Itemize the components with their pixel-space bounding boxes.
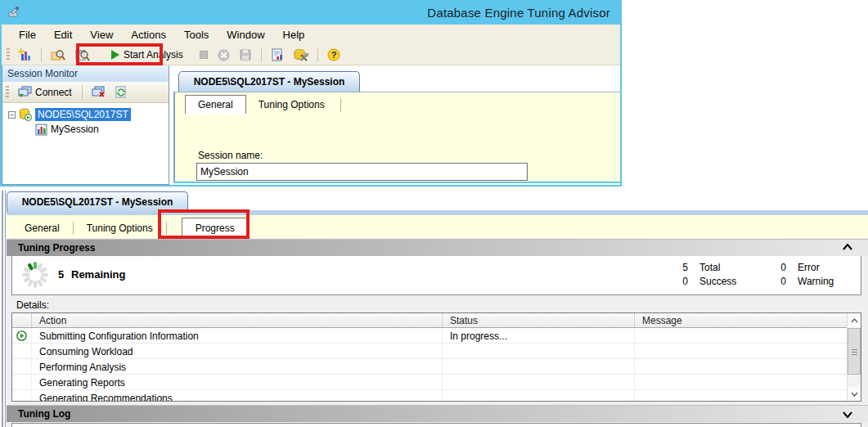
stat-total-value: 5 xyxy=(677,262,688,273)
row-action: Submitting Configuration Information xyxy=(32,328,443,343)
general-panel: General Tuning Options Session name: Wor… xyxy=(173,92,620,183)
menu-tools[interactable]: Tools xyxy=(175,26,218,43)
row-status: In progress... xyxy=(443,328,635,343)
menu-bar: File Edit View Actions Tools Window Help xyxy=(2,25,620,45)
connect-icon xyxy=(18,86,32,98)
row-status-cell xyxy=(12,359,32,374)
scrollbar-thumb[interactable] xyxy=(848,328,861,375)
row-action: Generating Recommendations xyxy=(32,390,443,402)
dta-main-window: Database Engine Tuning Advisor File Edit… xyxy=(0,0,622,187)
connect-button[interactable]: Connect xyxy=(14,84,76,100)
stat-error-label: Error xyxy=(798,262,820,273)
row-status-cell xyxy=(12,328,32,343)
stat-error-value: 0 xyxy=(775,262,786,273)
collapse-chevron-icon[interactable] xyxy=(842,243,853,251)
menu-actions[interactable]: Actions xyxy=(122,26,175,43)
toolbar-separator xyxy=(261,48,262,62)
tuning-options-button[interactable] xyxy=(290,47,312,64)
tuning-log-header[interactable]: Tuning Log xyxy=(7,405,868,422)
row-message xyxy=(635,390,848,402)
tab-tuning-options[interactable]: Tuning Options xyxy=(75,218,164,238)
session-name-label: Session name: xyxy=(198,150,263,161)
header-action[interactable]: Action xyxy=(32,313,443,327)
session-name-input[interactable] xyxy=(196,163,528,181)
collapse-icon[interactable]: − xyxy=(8,111,16,119)
stat-success-value: 0 xyxy=(677,276,688,287)
refresh-icon xyxy=(115,86,127,98)
tab-general[interactable]: General xyxy=(13,218,71,238)
expand-chevron-icon[interactable] xyxy=(842,411,853,419)
document-tab-title: NODE5\SQL2017ST - MySession xyxy=(22,196,173,208)
highlight-progress-tab xyxy=(158,209,250,239)
stat-total-label: Total xyxy=(699,262,720,273)
open-workload-file-button[interactable] xyxy=(47,47,69,64)
menu-edit[interactable]: Edit xyxy=(45,26,81,43)
table-header-row: Action Status Message xyxy=(12,313,848,328)
window-title: Database Engine Tuning Advisor xyxy=(427,6,622,20)
details-table: Action Status Message Submitting Config xyxy=(11,312,861,402)
progress-tab-strip: General Tuning Options Progress xyxy=(7,215,868,238)
tree-session-label[interactable]: MySession xyxy=(51,124,99,135)
tuning-progress-header[interactable]: Tuning Progress xyxy=(7,239,868,256)
tree-node-server[interactable]: − NODE5\SQL2017ST xyxy=(2,107,169,122)
remaining-count: 5 xyxy=(58,268,64,281)
tab-tuning-options[interactable]: Tuning Options xyxy=(246,96,337,114)
panel-edge xyxy=(5,191,6,427)
refresh-button[interactable] xyxy=(112,84,130,100)
inner-tab-strip: General Tuning Options xyxy=(185,94,344,114)
tab-separator xyxy=(340,98,341,112)
toolbar-grip xyxy=(6,86,9,99)
session-icon xyxy=(35,124,47,136)
row-message xyxy=(635,375,848,389)
tree-server-label[interactable]: NODE5\SQL2017ST xyxy=(35,108,131,121)
table-row[interactable]: Consuming Workload xyxy=(12,344,848,359)
menu-help[interactable]: Help xyxy=(274,26,314,43)
header-status[interactable]: Status xyxy=(443,313,635,327)
session-tree: − NODE5\SQL2017ST xyxy=(2,103,169,184)
table-row[interactable]: Performing Analysis xyxy=(12,359,848,375)
row-action: Generating Reports xyxy=(32,375,443,389)
help-button[interactable]: ? xyxy=(324,47,344,63)
stop-analysis-icon xyxy=(200,51,208,59)
tree-node-session[interactable]: MySession xyxy=(2,122,169,137)
row-action: Performing Analysis xyxy=(32,359,443,374)
svg-text:?: ? xyxy=(331,50,336,60)
app-icon xyxy=(7,5,21,20)
vertical-scrollbar[interactable] xyxy=(847,313,861,401)
server-icon xyxy=(19,108,32,121)
cancel-button xyxy=(214,47,233,63)
document-tab-title: NODE5\SQL2017ST - MySession xyxy=(194,76,345,88)
details-label: Details: xyxy=(16,299,49,311)
row-status-cell xyxy=(12,344,32,358)
menu-window[interactable]: Window xyxy=(218,26,273,43)
progress-content: Tuning Progress xyxy=(7,238,868,427)
session-monitor-panel: Session Monitor Connect xyxy=(2,65,169,185)
tuning-progress-summary: 5 Remaining 5 Total 0 Success 0 Error 0 … xyxy=(11,256,861,295)
row-action: Consuming Workload xyxy=(32,344,443,358)
disconnect-button[interactable] xyxy=(88,84,109,100)
stat-success-label: Success xyxy=(699,276,736,287)
help-icon: ? xyxy=(327,48,340,61)
table-row[interactable]: Generating Reports xyxy=(12,375,848,390)
row-message xyxy=(635,328,848,343)
tuning-log-panel xyxy=(11,423,861,427)
new-session-button[interactable] xyxy=(15,47,35,64)
header-message[interactable]: Message xyxy=(635,313,848,327)
scroll-up-button[interactable] xyxy=(848,313,861,327)
tab-general[interactable]: General xyxy=(185,95,246,114)
table-row[interactable]: Submitting Configuration Information In … xyxy=(12,328,848,344)
row-message xyxy=(635,359,848,374)
menu-file[interactable]: File xyxy=(10,26,45,43)
document-tab-top[interactable]: NODE5\SQL2017ST - MySession xyxy=(178,71,360,92)
menu-view[interactable]: View xyxy=(81,26,122,43)
stat-warning-value: 0 xyxy=(775,276,786,287)
table-row[interactable]: Generating Recommendations xyxy=(12,390,848,402)
stop-analysis-button xyxy=(196,49,211,61)
progress-view-window: NODE5\SQL2017ST - MySession General Tuni… xyxy=(0,191,868,427)
title-bar[interactable]: Database Engine Tuning Advisor xyxy=(0,0,622,25)
header-icon-column[interactable] xyxy=(12,313,32,327)
scroll-down-button[interactable] xyxy=(848,387,861,401)
progress-spinner-icon xyxy=(20,260,50,290)
report-button[interactable] xyxy=(268,47,287,64)
tab-separator xyxy=(73,222,74,235)
